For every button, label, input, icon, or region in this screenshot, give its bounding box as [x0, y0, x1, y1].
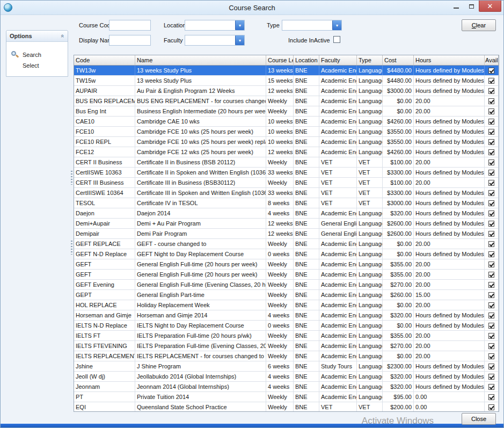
grid-row[interactable]: GEFTGeneral English Full-time (20 hours …	[74, 270, 499, 280]
grid-row[interactable]: EQIQueensland State School PracticeWeekl…	[74, 402, 499, 411]
grid-row[interactable]: CertIIISWE 10364Certificate III in Spoke…	[74, 188, 499, 198]
grid-row[interactable]: DaejonDaejon 20144 weeksBNEAcademic Engl…	[74, 208, 499, 219]
avail-checkbox[interactable]	[488, 292, 494, 298]
avail-checkbox[interactable]	[488, 108, 494, 114]
avail-checkbox[interactable]	[488, 129, 494, 135]
grid-row[interactable]: JeonnamJeonnam 2014 (Global Internships)…	[74, 382, 499, 392]
avail-checkbox[interactable]	[488, 231, 494, 237]
collapse-icon[interactable]: «	[60, 34, 66, 38]
avail-checkbox[interactable]	[488, 374, 494, 380]
avail-checkbox[interactable]	[488, 170, 494, 176]
grid-row[interactable]: FCE12Cambridge FCE 12 wks (25 hours per …	[74, 147, 499, 157]
grid-row[interactable]: CERT II BusinessCertificate II in Busine…	[74, 157, 499, 168]
grid-row[interactable]: GEFT N-D ReplaceGEFT Night to Day Replac…	[74, 249, 499, 259]
cell-faculty: Academic English	[319, 76, 357, 85]
avail-checkbox[interactable]	[488, 98, 494, 104]
column-header-length[interactable]: Course Length	[266, 55, 294, 65]
minimize-button[interactable]	[449, 1, 464, 12]
avail-checkbox[interactable]	[488, 211, 494, 216]
grid-row[interactable]: CAE10Cambridge CAE 10 wks10 weeksBNEAcad…	[74, 117, 499, 127]
column-header-type[interactable]: Type	[357, 55, 383, 65]
avail-checkbox[interactable]	[488, 139, 494, 145]
grid-row[interactable]: IELTS N-D ReplaceIELTS Night to Day Repl…	[74, 321, 499, 331]
grid-row[interactable]: BUS ENG REPLACEMENTBUS ENG REPLACEMENT -…	[74, 96, 499, 106]
avail-checkbox[interactable]	[488, 119, 494, 125]
avail-checkbox[interactable]	[488, 251, 494, 257]
sidebar-item-search[interactable]: Search	[11, 49, 68, 60]
column-header-name[interactable]: Name	[135, 55, 266, 65]
avail-checkbox[interactable]	[488, 404, 494, 410]
options-header[interactable]: Options «	[6, 31, 68, 42]
grid-row[interactable]: Jeoll (W dj)Jeollabukdo 2014 (Global Int…	[74, 372, 499, 382]
grid-row[interactable]: TW15w13 weeks Study Plus15 weeksBNEAcade…	[74, 76, 499, 86]
grid-row[interactable]: GEFT REPLACEGEFT - course changed toWeek…	[74, 239, 499, 249]
grid-row[interactable]: GEPTGeneral English Part-timeWeeklyBNEAc…	[74, 290, 499, 300]
grid-row[interactable]: Horseman and GimjeHorseman and Gimje 201…	[74, 310, 499, 321]
avail-checkbox[interactable]	[488, 343, 494, 349]
course-code-input[interactable]	[109, 20, 151, 31]
grid-row[interactable]: FCE10 REPLCambridge FCE 10 wks (25 hours…	[74, 137, 499, 147]
avail-checkbox[interactable]	[488, 78, 494, 84]
grid-row[interactable]: DemipairDemi Pair Program12 weeksBNEGene…	[74, 229, 499, 239]
grid-row[interactable]: HOL REPLACEHoliday Replacement WeekWeekl…	[74, 300, 499, 310]
avail-checkbox[interactable]	[488, 364, 494, 369]
avail-checkbox[interactable]	[488, 272, 494, 278]
chevron-down-icon[interactable]: ▼	[235, 35, 244, 45]
avail-checkbox[interactable]	[488, 190, 494, 196]
grid-row[interactable]: AUPAIRAu Pair & English Program 12 Weeks…	[74, 86, 499, 96]
cell-cost: $0.00	[383, 239, 414, 249]
avail-checkbox[interactable]	[488, 180, 494, 186]
grid-row[interactable]: Demi+AupairDemi + Au Pair Program12 week…	[74, 219, 499, 229]
avail-checkbox[interactable]	[488, 302, 494, 308]
avail-checkbox[interactable]	[488, 323, 494, 329]
grid-row[interactable]: FCE10Cambridge FCE 10 wks (25 hours per …	[74, 127, 499, 137]
avail-checkbox[interactable]	[488, 149, 494, 155]
type-dropdown[interactable]: ▼	[282, 20, 342, 31]
avail-checkbox[interactable]	[488, 68, 494, 74]
grid-row[interactable]: TESOLCertificate IV in TESOL8 weeksBNEVE…	[74, 198, 499, 208]
chevron-down-icon[interactable]: ▼	[332, 20, 341, 30]
column-header-faculty[interactable]: Faculty	[319, 55, 357, 65]
column-header-avail[interactable]: Avail	[485, 55, 499, 65]
avail-checkbox[interactable]	[488, 313, 494, 318]
grid-row[interactable]: IELTS FTEVENINGIELTS Preparation Full-ti…	[74, 341, 499, 351]
avail-checkbox[interactable]	[488, 241, 494, 247]
close-window-button[interactable]: ✕	[479, 1, 501, 12]
grid-row[interactable]: GEFTGeneral English Full-time (20 hours …	[74, 259, 499, 270]
avail-checkbox[interactable]	[488, 353, 494, 359]
close-button[interactable]: Close	[462, 413, 496, 425]
display-name-input[interactable]	[109, 35, 151, 46]
column-header-location[interactable]: Location	[294, 55, 319, 65]
column-header-hours[interactable]: Hours	[414, 55, 485, 65]
column-header-cost[interactable]: Cost	[383, 55, 414, 65]
avail-checkbox[interactable]	[488, 394, 494, 400]
avail-checkbox[interactable]	[488, 159, 494, 165]
grid-row[interactable]: PTPrivate Tuition 2014WeeklyBNEAcademic …	[74, 392, 499, 402]
grid-row[interactable]: CERT III BusinessCertificate III in Busi…	[74, 178, 499, 188]
location-dropdown[interactable]: ▼	[185, 20, 245, 31]
grid-row[interactable]: JshineJ Shine Program6 weeksBNEStudy Tou…	[74, 361, 499, 372]
grid-row[interactable]: CertIISWE 10363Certificate II in Spoken …	[74, 168, 499, 178]
avail-checkbox[interactable]	[488, 262, 494, 267]
grid-row[interactable]: GEFT EveningGeneral English Full-time (E…	[74, 280, 499, 290]
include-inactive-checkbox[interactable]	[333, 36, 340, 43]
sidebar-splitter[interactable]	[70, 15, 74, 424]
avail-checkbox[interactable]	[488, 221, 494, 227]
grid-row[interactable]: Bus Eng IntBusiness English Intermediate…	[74, 106, 499, 117]
grid-row[interactable]: IELTS REPLACEMENTIELTS REPLACEMENT - for…	[74, 351, 499, 361]
grid-row[interactable]: TW13w13 weeks Study Plus13 weeksBNEAcade…	[74, 66, 499, 76]
avail-checkbox[interactable]	[488, 282, 494, 288]
column-header-code[interactable]: Code	[74, 55, 135, 65]
sidebar-item-select[interactable]: Select	[11, 60, 68, 71]
avail-checkbox[interactable]	[488, 384, 494, 390]
cell-length: Weekly	[266, 239, 294, 249]
faculty-dropdown[interactable]: ▼	[185, 35, 245, 46]
maximize-button[interactable]	[464, 1, 479, 12]
grid-row[interactable]: IELTS FTIELTS Preparation Full-time (20 …	[74, 331, 499, 341]
chevron-down-icon[interactable]: ▼	[235, 20, 244, 30]
avail-checkbox[interactable]	[488, 333, 494, 339]
clear-button[interactable]: Clear	[462, 19, 496, 31]
avail-checkbox[interactable]	[488, 200, 494, 206]
avail-checkbox[interactable]	[488, 88, 494, 94]
titlebar[interactable]: Course Search ✕	[1, 1, 503, 15]
